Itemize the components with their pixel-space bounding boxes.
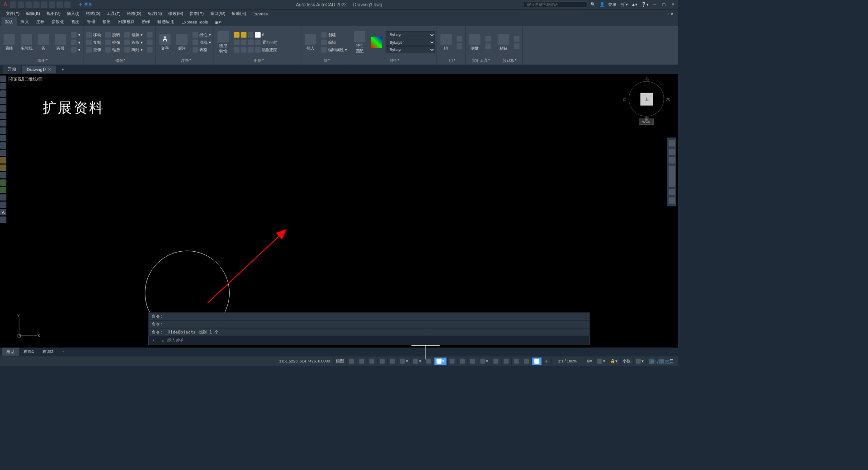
- ribtab-insert[interactable]: 插入: [17, 17, 33, 26]
- status-trans-icon[interactable]: [458, 357, 467, 365]
- ribtab-collab[interactable]: 协作: [138, 17, 154, 26]
- qat-saveas-icon[interactable]: [33, 1, 39, 8]
- ribtab-collapse-icon[interactable]: ▣▾: [212, 19, 225, 26]
- tool-point-icon[interactable]: [0, 172, 6, 178]
- tool-insert-icon[interactable]: [0, 157, 6, 164]
- dim-button[interactable]: 标注: [174, 32, 189, 52]
- viewcube-n[interactable]: 北: [645, 76, 649, 82]
- layout-add[interactable]: +: [58, 348, 69, 356]
- clip-more-1[interactable]: [513, 35, 521, 42]
- status-lock-icon[interactable]: 🔒▾: [608, 357, 620, 364]
- lineweight-dropdown[interactable]: ByLayer: [386, 39, 435, 46]
- command-line[interactable]: ⋮⋮ 键入命令: [148, 336, 590, 345]
- tab-drawing1[interactable]: Drawing1*✕: [22, 66, 56, 73]
- modify-more-1[interactable]: [146, 32, 154, 39]
- modify-more-2[interactable]: [146, 39, 154, 46]
- status-osnap-icon[interactable]: ▾: [434, 357, 446, 365]
- draw-more-2[interactable]: ▾: [70, 39, 82, 46]
- polyline-button[interactable]: 多段线: [19, 32, 34, 52]
- ribtab-featured[interactable]: 精选应用: [154, 17, 178, 26]
- search-icon[interactable]: 🔍: [590, 2, 596, 7]
- status-coords[interactable]: 1151.5223, 614.7426, 0.0000: [276, 359, 333, 363]
- insert-button[interactable]: 插入: [303, 32, 318, 52]
- table-button[interactable]: 表格: [191, 46, 212, 53]
- layout-1[interactable]: 布局1: [19, 348, 38, 356]
- tool-ellipse-icon[interactable]: [0, 142, 6, 149]
- group-button[interactable]: 组: [439, 32, 454, 52]
- view-cube[interactable]: 上 北 南 东 西 WCS: [625, 81, 668, 131]
- cmd-handle-icon[interactable]: ⋮⋮: [151, 338, 160, 343]
- modify-more-3[interactable]: [146, 46, 154, 53]
- leader-button[interactable]: 引线 ▾: [191, 39, 212, 46]
- tool-table-icon[interactable]: [0, 202, 6, 208]
- panel-prop-title[interactable]: 特性: [352, 57, 435, 63]
- group-more-2[interactable]: [455, 42, 464, 50]
- menu-file[interactable]: 文件(F): [3, 9, 22, 18]
- restore-window-icon[interactable]: ▫ ✕: [665, 10, 677, 17]
- layer-props-button[interactable]: 图层特性: [216, 30, 231, 55]
- tool-region-icon[interactable]: [0, 194, 6, 201]
- matchprop-button[interactable]: 特性匹配: [352, 30, 367, 55]
- panel-modify-title[interactable]: 修改: [85, 57, 154, 63]
- copy-button[interactable]: 复制: [85, 39, 103, 46]
- circle-button[interactable]: 圆: [36, 32, 51, 52]
- qat-undo-icon[interactable]: [57, 1, 63, 8]
- menu-express[interactable]: Express: [250, 10, 270, 17]
- draw-more-1[interactable]: ▾: [70, 32, 82, 39]
- search-input[interactable]: [524, 1, 587, 8]
- status-snap-icon[interactable]: [357, 357, 366, 365]
- status-model[interactable]: 模型: [334, 357, 346, 365]
- status-ws-icon[interactable]: ▾: [595, 357, 607, 365]
- menu-draw[interactable]: 绘图(D): [124, 9, 144, 18]
- qat-open-icon[interactable]: [18, 1, 24, 8]
- status-scale[interactable]: 1:1 / 100%: [552, 358, 583, 364]
- help-icon[interactable]: ❔▾: [641, 2, 648, 7]
- panel-group-title[interactable]: 组: [439, 57, 464, 63]
- tool-pline-icon[interactable]: [0, 90, 6, 97]
- panel-layer-title[interactable]: 图层: [216, 57, 300, 63]
- panel-util-title[interactable]: 实用工具: [467, 57, 492, 63]
- menu-tools[interactable]: 工具(T): [104, 9, 123, 18]
- menu-view[interactable]: 视图(V): [43, 9, 63, 18]
- tool-rect-icon[interactable]: [0, 105, 6, 112]
- tool-hatch-icon[interactable]: [0, 179, 6, 186]
- clip-more-2[interactable]: [513, 42, 521, 50]
- viewport-label[interactable]: [-][俯视][二维线框]: [9, 76, 42, 82]
- status-cycle-icon[interactable]: [467, 357, 477, 365]
- move-button[interactable]: 移动: [85, 32, 103, 39]
- status-3dosnap-icon[interactable]: ▾: [478, 357, 490, 365]
- ribtab-express[interactable]: Express Tools: [178, 19, 212, 26]
- close-tab-icon[interactable]: ✕: [48, 67, 51, 71]
- util-more-1[interactable]: [484, 35, 492, 42]
- matchlayer-button[interactable]: 匹配图层: [232, 46, 299, 53]
- status-lw-icon[interactable]: [447, 357, 457, 365]
- tool-circle-icon[interactable]: [0, 120, 6, 127]
- menu-help[interactable]: 帮助(H): [229, 9, 249, 18]
- status-dyn-icon[interactable]: [377, 357, 387, 365]
- status-infer-icon[interactable]: [367, 357, 377, 365]
- ribtab-annotate[interactable]: 注释: [33, 17, 48, 26]
- ribtab-view[interactable]: 视图: [68, 17, 83, 26]
- color-swatch-button[interactable]: [369, 35, 384, 49]
- minimize-button[interactable]: ─: [652, 2, 658, 8]
- tool-arc-icon[interactable]: [0, 113, 6, 119]
- ribtab-param[interactable]: 参数化: [48, 17, 68, 26]
- fillet-button[interactable]: 圆角 ▾: [123, 39, 144, 46]
- arc-button[interactable]: 圆弧: [52, 32, 68, 52]
- tool-addselected-icon[interactable]: [0, 216, 6, 223]
- close-button[interactable]: ✕: [670, 2, 676, 8]
- tool-makeblock-icon[interactable]: [0, 164, 6, 171]
- panel-draw-title[interactable]: 绘图: [1, 57, 81, 63]
- util-more-2[interactable]: [484, 42, 492, 50]
- status-gizmo-icon[interactable]: [511, 357, 521, 365]
- status-qp-icon[interactable]: [532, 357, 542, 365]
- menu-param[interactable]: 参数(P): [187, 9, 207, 18]
- layer-dropdown[interactable]: 0: [232, 32, 299, 39]
- menu-format[interactable]: 格式(O): [83, 9, 103, 18]
- tool-revcloud-icon[interactable]: [0, 127, 6, 134]
- ribtab-addin[interactable]: 附加模块: [114, 17, 138, 26]
- tool-mtext-icon[interactable]: A: [0, 209, 6, 216]
- status-dec[interactable]: 小数: [620, 357, 632, 365]
- tool-ellipsearc-icon[interactable]: [0, 150, 6, 156]
- status-filter-icon[interactable]: [501, 357, 511, 365]
